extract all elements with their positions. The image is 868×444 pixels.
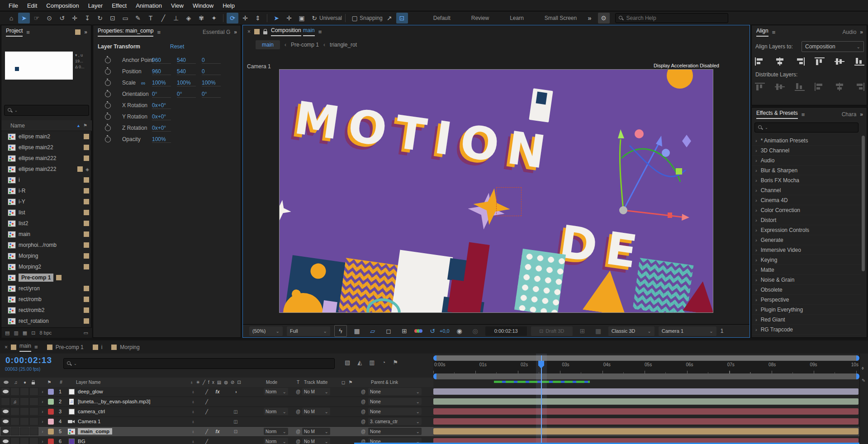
effects-category-label[interactable]: Color Correction: [761, 207, 800, 213]
parent-pickwhip-icon[interactable]: @: [360, 417, 366, 425]
dolly-camera-tool[interactable]: ⇕: [252, 13, 264, 24]
project-item[interactable]: Morping2 ◈: [1, 261, 92, 272]
property-value-y[interactable]: 100%: [177, 80, 196, 86]
layer-label-swatch[interactable]: [47, 437, 54, 444]
align-v-center-button[interactable]: [834, 57, 845, 66]
layer-duration-bar[interactable]: [433, 408, 859, 415]
quality-switch-icon[interactable]: ╱: [203, 407, 211, 416]
matte-pickwhip-icon[interactable]: @: [295, 387, 301, 396]
3d-switch-icon[interactable]: ◫: [232, 417, 240, 425]
layer-label-swatch[interactable]: [47, 397, 54, 406]
3d-switch-icon[interactable]: ◫: [232, 407, 240, 416]
property-value-y[interactable]: 0°: [177, 91, 196, 98]
expand-chevron-icon[interactable]: ›: [755, 217, 757, 223]
panel-menu-icon[interactable]: ≡: [318, 28, 322, 35]
timeline-search[interactable]: ⌄: [63, 358, 335, 369]
effects-category-label[interactable]: Perspective: [761, 297, 789, 303]
expand-chevron-icon[interactable]: ›: [40, 387, 45, 396]
layer-bounding-box[interactable]: [496, 187, 522, 216]
home-tool[interactable]: ⌂: [5, 13, 17, 24]
expand-chevron-icon[interactable]: ›: [755, 148, 757, 153]
exposure-value[interactable]: +0,0: [440, 328, 450, 334]
effects-category-label[interactable]: Plugin Everything: [761, 307, 803, 313]
effects-category[interactable]: › Blur & Sharpen: [752, 165, 861, 175]
preview-timecode[interactable]: 0:00:02:13: [485, 326, 527, 336]
effects-category[interactable]: › Perspective: [752, 295, 861, 305]
resolution-dropdown[interactable]: Full⌄: [287, 326, 330, 336]
layer-lock-toggle[interactable]: [29, 427, 38, 435]
timeline-tab-label[interactable]: main: [19, 343, 31, 352]
magnification-dropdown[interactable]: (50%)⌄: [249, 326, 283, 336]
project-bit-depth[interactable]: 8 bpc: [39, 330, 52, 335]
draft-3d-toggle[interactable]: ⊡Draft 3D: [531, 326, 573, 336]
universal-box-tool[interactable]: ▣: [296, 13, 308, 24]
layer-solo-toggle[interactable]: [20, 427, 29, 435]
universal-move-tool[interactable]: ✛: [283, 13, 295, 24]
parent-dropdown[interactable]: None⌄: [368, 397, 422, 406]
menu-item[interactable]: Effect: [108, 2, 131, 9]
item-label-swatch[interactable]: [84, 297, 89, 302]
stamp-tool[interactable]: ⊥: [170, 13, 182, 24]
item-label-swatch[interactable]: [77, 166, 83, 172]
distribute-v-center-button[interactable]: [774, 82, 785, 91]
composition-name[interactable]: main: [303, 27, 315, 36]
close-icon[interactable]: ×: [247, 28, 251, 35]
distribute-right-button[interactable]: [854, 82, 865, 91]
parent-dropdown[interactable]: 3. camera_ctr⌄: [368, 417, 422, 425]
quality-switch-icon[interactable]: ╱: [203, 427, 211, 435]
project-item-name[interactable]: i-R: [19, 188, 81, 194]
align-bottom-button[interactable]: [854, 57, 865, 66]
item-label-swatch[interactable]: [84, 177, 89, 183]
time-navigator-bar[interactable]: [433, 355, 859, 361]
layer-label-swatch[interactable]: [47, 427, 54, 435]
property-value-x[interactable]: 100%: [152, 80, 171, 86]
layer-audio-toggle[interactable]: ♫: [10, 407, 19, 416]
snap-along-edges-icon[interactable]: ↗: [384, 13, 395, 24]
layer-visibility-toggle[interactable]: [1, 397, 10, 406]
property-value-x[interactable]: 100%: [152, 136, 171, 143]
expand-chevron-icon[interactable]: ›: [755, 237, 757, 243]
item-label-swatch[interactable]: [84, 318, 89, 324]
project-item[interactable]: list2 ◈: [1, 218, 92, 229]
property-label[interactable]: Y Rotation: [122, 113, 147, 120]
expand-chevron-icon[interactable]: ›: [755, 188, 757, 193]
effects-category-label[interactable]: Audio: [761, 157, 775, 164]
expand-chevron-icon[interactable]: ›: [755, 307, 757, 312]
expand-chevron-icon[interactable]: ›: [755, 277, 757, 283]
effects-category[interactable]: › Cinema 4D: [752, 195, 861, 205]
layer-solo-toggle[interactable]: [20, 407, 29, 416]
snapping-label[interactable]: Snapping: [360, 15, 383, 21]
parent-link-column[interactable]: Parent & Link: [371, 378, 412, 386]
layer-duration-bar[interactable]: [433, 398, 859, 405]
effects-category-label[interactable]: * Animation Presets: [761, 137, 808, 144]
parent-pickwhip-icon[interactable]: @: [360, 427, 366, 435]
layer-track-row[interactable]: [433, 407, 859, 417]
track-matte-dropdown[interactable]: No M⌄: [302, 427, 330, 435]
collapse-switch-icon[interactable]: ♁: [189, 427, 197, 435]
collapse-switch-icon[interactable]: ♁: [189, 397, 197, 406]
project-item-name[interactable]: ellipse main22: [19, 144, 81, 151]
layer-audio-toggle[interactable]: ♫: [10, 427, 19, 435]
ground-plane-icon[interactable]: ⊞: [577, 326, 588, 336]
project-item[interactable]: ellipse main22 ◈: [1, 142, 92, 153]
parent-pickwhip-icon[interactable]: @: [360, 397, 366, 406]
tab-essential-graphics[interactable]: Essential G: [203, 29, 230, 35]
t-column[interactable]: T: [295, 378, 301, 386]
layer-label-swatch[interactable]: [47, 387, 54, 396]
project-item[interactable]: list ◈: [1, 207, 92, 218]
distribute-h-center-button[interactable]: [834, 82, 845, 91]
property-label[interactable]: Z Rotation: [122, 125, 147, 131]
sort-ascending-icon[interactable]: ▲: [76, 123, 81, 128]
expand-chevron-icon[interactable]: ›: [755, 208, 757, 213]
project-item[interactable]: i-Y ◈: [1, 196, 92, 207]
breadcrumb-main[interactable]: main: [256, 40, 280, 49]
expand-chevron-icon[interactable]: ›: [755, 247, 757, 253]
project-item-name[interactable]: main: [19, 231, 81, 237]
pen-tool[interactable]: ✎: [132, 13, 144, 24]
fx-switch-icon[interactable]: fx: [213, 427, 223, 435]
panel-overflow-icon[interactable]: »: [234, 29, 236, 35]
item-label-swatch[interactable]: [84, 156, 89, 161]
workspace-settings-icon[interactable]: ⚙: [598, 13, 610, 24]
property-label[interactable]: Anchor Point: [122, 57, 153, 63]
draft-3d-icon[interactable]: ◭: [357, 359, 362, 366]
